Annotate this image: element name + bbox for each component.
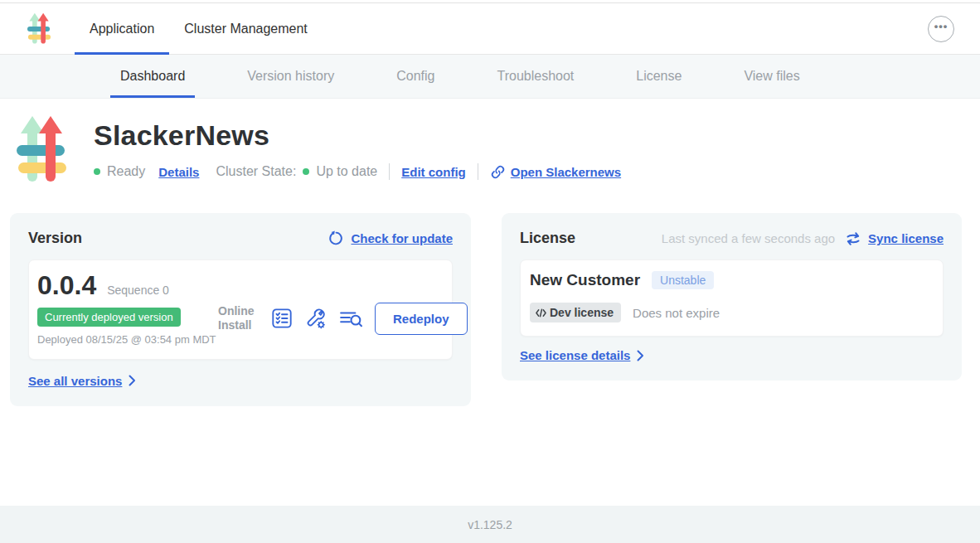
overflow-menu-button[interactable]: •••	[928, 16, 954, 42]
tab-version-history[interactable]: Version history	[237, 55, 344, 98]
app-footer: v1.125.2	[0, 506, 980, 543]
dashboard-cards: Version Check for update 0.0.4 Seque	[10, 213, 962, 406]
tab-application-label: Application	[90, 22, 154, 36]
version-info: 0.0.4 Sequence 0 Currently deployed vers…	[37, 270, 218, 347]
see-license-details-group[interactable]: See license details	[520, 348, 944, 362]
tab-view-files[interactable]: View files	[734, 55, 809, 98]
preflight-checks-icon[interactable]	[272, 308, 292, 328]
see-all-versions-group[interactable]: See all versions	[28, 374, 453, 388]
redeploy-button[interactable]: Redeploy	[375, 303, 468, 335]
tab-version-history-label: Version history	[247, 69, 334, 84]
app-status-dot	[94, 168, 100, 175]
current-version-panel: 0.0.4 Sequence 0 Currently deployed vers…	[28, 259, 453, 360]
tab-config-label: Config	[396, 69, 434, 84]
console-version: v1.125.2	[468, 518, 512, 531]
channel-badge: Unstable	[652, 271, 714, 289]
license-card: License Last synced a few seconds ago Sy…	[502, 213, 962, 381]
divider	[478, 163, 478, 180]
page-title: SlackerNews	[94, 119, 621, 152]
slackernews-app-icon	[17, 115, 66, 186]
chevron-right-icon	[129, 375, 136, 386]
license-card-title: License	[520, 230, 575, 247]
app-header: Application Cluster Management •••	[0, 3, 980, 55]
cluster-state-label: Cluster State:	[216, 164, 296, 179]
customer-name: New Customer	[530, 271, 640, 289]
version-card: Version Check for update 0.0.4 Seque	[10, 213, 471, 406]
tab-cluster-management-label: Cluster Management	[184, 22, 308, 36]
admin-console-page: Application Cluster Management ••• Dashb…	[0, 0, 980, 543]
app-status-row: Ready Details Cluster State: Up to date …	[94, 163, 621, 180]
tab-license-label: License	[636, 69, 682, 84]
deployed-badge: Currently deployed version	[37, 308, 181, 327]
sequence-label: Sequence 0	[107, 284, 169, 297]
header-right: •••	[928, 3, 954, 54]
license-card-header: License Last synced a few seconds ago Sy…	[520, 230, 944, 247]
tab-troubleshoot-label: Troubleshoot	[497, 69, 574, 84]
sync-license-group: Last synced a few seconds ago Sync licen…	[662, 231, 944, 246]
code-icon	[535, 308, 547, 318]
view-files-icon[interactable]	[339, 308, 362, 328]
license-panel: New Customer Unstable Dev license	[520, 259, 944, 337]
see-all-versions-link[interactable]: See all versions	[28, 374, 122, 388]
sync-license-link[interactable]: Sync license	[868, 231, 944, 245]
last-synced-text: Last synced a few seconds ago	[662, 231, 835, 245]
license-type-label: Dev license	[550, 306, 614, 319]
tab-view-files-label: View files	[744, 69, 799, 84]
version-number: 0.0.4	[37, 270, 96, 301]
divider	[389, 163, 390, 180]
tab-license[interactable]: License	[626, 55, 691, 98]
edit-config-link[interactable]: Edit config	[401, 165, 466, 179]
install-type-label: Online Install	[218, 304, 260, 333]
tab-dashboard[interactable]: Dashboard	[110, 55, 195, 98]
version-number-row: 0.0.4 Sequence 0	[37, 270, 218, 301]
check-for-update-link[interactable]: Check for update	[351, 231, 453, 245]
header-tabs: Application Cluster Management	[75, 3, 323, 54]
see-license-details-link[interactable]: See license details	[520, 348, 630, 362]
version-card-title: Version	[28, 230, 82, 247]
license-expiry: Does not expire	[633, 306, 720, 320]
license-type-badge: Dev license	[530, 303, 621, 322]
tab-config[interactable]: Config	[386, 55, 444, 98]
tab-cluster-management[interactable]: Cluster Management	[169, 3, 323, 54]
app-status-text: Ready	[107, 164, 145, 179]
ellipsis-icon: •••	[934, 20, 948, 32]
deployed-timestamp: Deployed 08/15/25 @ 03:54 pm MDT	[37, 332, 218, 347]
app-subnav: Dashboard Version history Config Trouble…	[0, 55, 980, 99]
sync-icon	[845, 231, 861, 246]
app-title-block: SlackerNews Ready Details Cluster State:…	[17, 115, 980, 186]
open-app-link[interactable]: Open Slackernews	[511, 165, 621, 179]
license-name-row: New Customer Unstable	[530, 271, 931, 289]
version-card-header: Version Check for update	[28, 230, 453, 247]
app-block-text: SlackerNews Ready Details Cluster State:…	[94, 115, 621, 186]
slackernews-logo-icon	[27, 11, 51, 47]
license-meta-row: Dev license Does not expire	[530, 303, 931, 322]
open-app-link-group[interactable]: Open Slackernews	[490, 164, 621, 180]
tab-application[interactable]: Application	[75, 3, 169, 54]
configure-icon[interactable]	[304, 308, 327, 330]
cluster-state-value: Up to date	[316, 164, 377, 179]
link-icon	[490, 164, 506, 180]
version-actions: Online Install	[218, 283, 468, 335]
refresh-icon	[328, 230, 344, 246]
chevron-right-icon	[637, 350, 644, 361]
tab-troubleshoot[interactable]: Troubleshoot	[487, 55, 584, 98]
status-details-link[interactable]: Details	[158, 165, 199, 179]
check-update-group[interactable]: Check for update	[328, 230, 453, 246]
cluster-state-dot	[303, 168, 309, 175]
tab-dashboard-label: Dashboard	[120, 69, 185, 84]
